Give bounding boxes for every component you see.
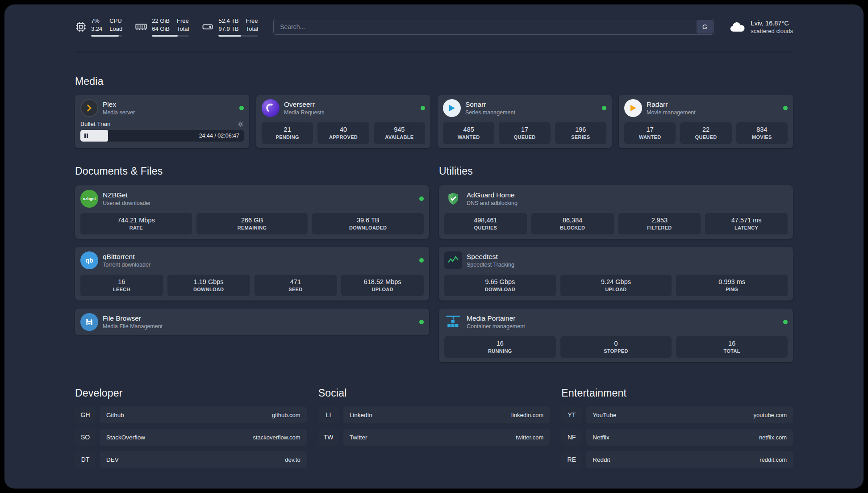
stat-tile: 47.571 ms LATENCY [705, 213, 788, 234]
status-dot [783, 320, 788, 324]
bookmark-name: Github [106, 412, 124, 418]
app-subtitle: Series management [465, 109, 515, 116]
bookmark-url: dev.to [285, 456, 300, 463]
documents-section-title: Documents & Files [75, 165, 429, 177]
pause-icon[interactable] [84, 134, 88, 138]
media-section-title: Media [75, 75, 793, 88]
memory-total-label: Total [177, 25, 189, 33]
bookmark-linkedin[interactable]: LI LinkedIn linkedin.com [318, 406, 550, 423]
app-card-adguard[interactable]: AdGuard Home DNS and adblocking 498,461 … [439, 185, 793, 239]
app-card-nzbget[interactable]: nzbget NZBGet Usenet downloader 744.21 M… [75, 185, 429, 239]
search-input[interactable] [273, 19, 714, 35]
stat-tile: 485 WANTED [443, 122, 494, 144]
status-dot [783, 106, 788, 110]
stat-tile: 0 STOPPED [560, 336, 672, 358]
bookmark-url: youtube.com [754, 412, 787, 418]
disk-progress-bar [218, 35, 258, 37]
stat-tile: 471 SEED [255, 275, 337, 296]
bookmark-netflix[interactable]: NF Netflix netflix.com [561, 429, 793, 446]
section-utilities: Utilities AdGuard Home DNS and adblockin… [439, 165, 793, 362]
stat-tile: 498,461 QUERIES [444, 213, 527, 234]
disk-free: 52.4 TB [218, 17, 238, 25]
sonarr-icon [443, 99, 461, 117]
stat-tile: 16 LEECH [80, 275, 163, 296]
dashboard: 7% 3.24 CPU Load [4, 4, 864, 489]
app-card-plex[interactable]: Plex Media server Bullet Train [75, 95, 249, 148]
bookmark-url: twitter.com [516, 434, 543, 441]
app-name: Speedtest [467, 253, 514, 261]
disk-free-label: Free [246, 17, 258, 25]
bookmark-badge: NF [561, 429, 582, 446]
bookmark-name: DEV [106, 456, 119, 463]
app-card-speedtest[interactable]: Speedtest Speedtest Tracking 9.65 Gbps D… [439, 247, 793, 301]
app-card-sonarr[interactable]: Sonarr Series management 485 WANTED 17 Q… [438, 95, 612, 148]
status-dot [421, 106, 425, 110]
app-name: Radarr [647, 100, 696, 109]
playback-time: 24:44 / 02:06:47 [199, 133, 239, 139]
now-playing-title: Bullet Train [80, 121, 111, 127]
bookmark-badge: TW [318, 429, 339, 446]
app-subtitle: Speedtest Tracking [467, 262, 514, 268]
memory-free: 22 GiB [152, 17, 170, 25]
cloud-icon [729, 21, 745, 33]
stat-tile: 266 GB REMAINING [196, 213, 308, 234]
status-dot [239, 106, 244, 110]
bookmark-name: Reddit [593, 456, 610, 463]
app-card-qbittorrent[interactable]: qb qBittorrent Torrent downloader 16 LEE… [75, 247, 429, 301]
stat-tile: 17 QUEUED [499, 122, 550, 144]
search-bar: G [273, 19, 714, 35]
weather-condition: scattered clouds [751, 28, 793, 34]
cpu-widget: 7% 3.24 CPU Load [75, 17, 122, 37]
search-engine-button[interactable]: G [697, 20, 713, 33]
memory-total: 64 GiB [152, 25, 170, 33]
plex-now-playing: Bullet Train 24:44 / 02:06:47 [80, 121, 244, 142]
section-documents: Documents & Files nzbget NZBGet Usenet d… [75, 165, 429, 362]
bookmark-url: reddit.com [760, 456, 787, 463]
app-card-overseerr[interactable]: Overseerr Media Requests 21 PENDING 40 A… [256, 95, 430, 148]
bookmark-url: linkedin.com [511, 412, 543, 418]
memory-progress-bar [152, 35, 189, 37]
stat-tile: 945 AVAILABLE [374, 122, 425, 144]
app-card-portainer[interactable]: Media Portainer Container management 16 … [439, 309, 793, 362]
overseerr-icon [262, 99, 280, 117]
app-name: Plex [103, 100, 135, 109]
system-resources: 7% 3.24 CPU Load [75, 17, 258, 37]
bookmark-group-developer: Developer GH Github github.com SO StackO… [75, 387, 307, 473]
bookmark-twitter[interactable]: TW Twitter twitter.com [318, 429, 550, 446]
stat-tile: 9.24 Gbps UPLOAD [560, 275, 672, 296]
app-name: AdGuard Home [467, 191, 517, 199]
app-name: Media Portainer [467, 314, 525, 322]
bookmark-name: YouTube [593, 412, 616, 418]
disk-icon [201, 21, 214, 33]
settings-icon[interactable] [238, 121, 244, 127]
nzbget-icon: nzbget [80, 190, 98, 208]
stat-tile: 618.52 Mbps UPLOAD [341, 275, 424, 296]
app-subtitle: Media server [103, 109, 135, 116]
adguard-icon [444, 190, 462, 208]
bookmark-youtube[interactable]: YT YouTube youtube.com [561, 406, 793, 423]
bookmark-reddit[interactable]: RE Reddit reddit.com [561, 451, 793, 468]
bookmark-group-entertainment: Entertainment YT YouTube youtube.com NF … [561, 387, 793, 473]
app-subtitle: Torrent downloader [103, 262, 150, 268]
app-card-radarr[interactable]: Radarr Movie management 17 WANTED 22 QUE… [619, 95, 793, 148]
stat-tile: 16 RUNNING [444, 336, 556, 358]
app-subtitle: Media File Management [103, 323, 163, 330]
cpu-progress-bar [91, 35, 122, 37]
plex-icon [80, 99, 98, 117]
bookmark-name: LinkedIn [350, 412, 372, 418]
stat-tile: 22 QUEUED [680, 122, 731, 144]
stat-tile: 1.19 Gbps DOWNLOAD [167, 275, 250, 296]
app-card-filebrowser[interactable]: File Browser Media File Management [75, 309, 429, 335]
speedtest-icon [444, 251, 462, 269]
disk-total: 97.9 TB [218, 25, 238, 33]
radarr-icon [624, 99, 642, 117]
stat-tile: 86,384 BLOCKED [531, 213, 614, 234]
header-divider [75, 52, 793, 52]
bookmark-github[interactable]: GH Github github.com [75, 406, 307, 423]
app-name: NZBGet [103, 191, 151, 199]
playback-progress-bar[interactable]: 24:44 / 02:06:47 [80, 130, 244, 142]
app-subtitle: Movie management [647, 109, 696, 116]
bookmark-dev[interactable]: DT DEV dev.to [75, 451, 307, 468]
section-media: Media Plex Media server Bullet Train [75, 75, 793, 148]
bookmark-stackoverflow[interactable]: SO StackOverflow stackoverflow.com [75, 429, 307, 446]
